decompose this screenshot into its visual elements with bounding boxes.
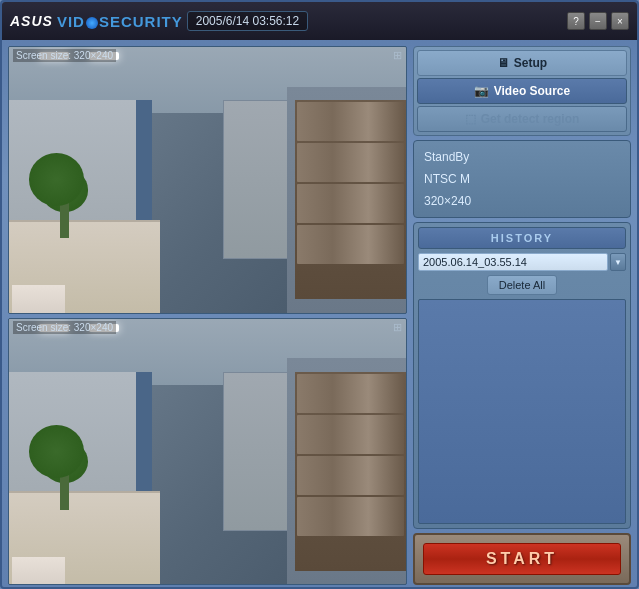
- video-expand-icon-2[interactable]: ⊞: [393, 321, 402, 334]
- close-button[interactable]: ×: [611, 12, 629, 30]
- title-logo: ASUS VIDSECURITY 2005/6/14 03:56:12: [10, 11, 308, 31]
- video-source-button[interactable]: 📷 Video Source: [417, 78, 627, 104]
- get-detect-label: Get detect region: [481, 112, 580, 126]
- history-section: HISTORY ▼ Delete All: [413, 222, 631, 529]
- video-feed-2: [9, 319, 406, 585]
- shelf-row: [297, 415, 404, 454]
- resolution-info: 320×240: [420, 191, 624, 211]
- dropdown-arrow-button[interactable]: ▼: [610, 253, 626, 271]
- info-section: StandBy NTSC M 320×240: [413, 140, 631, 218]
- left-panel: Screen size: 320×240 ⊞: [8, 46, 407, 585]
- right-panel: 🖥 Setup 📷 Video Source ⬚ Get detect regi…: [413, 46, 631, 585]
- setup-label: Setup: [514, 56, 547, 70]
- app-window: ASUS VIDSECURITY 2005/6/14 03:56:12 ? − …: [0, 0, 639, 589]
- datetime-display: 2005/6/14 03:56:12: [187, 11, 308, 31]
- video-text: VID: [57, 13, 85, 30]
- get-detect-button[interactable]: ⬚ Get detect region: [417, 106, 627, 132]
- help-button[interactable]: ?: [567, 12, 585, 30]
- shelf-row: [297, 184, 404, 223]
- start-button-inner: START: [423, 543, 621, 575]
- table-cloth-2: [12, 557, 65, 584]
- table-cloth-1: [12, 285, 65, 312]
- video-source-label: Video Source: [494, 84, 570, 98]
- bookshelf-1: [295, 100, 406, 299]
- setup-section: 🖥 Setup 📷 Video Source ⬚ Get detect regi…: [413, 46, 631, 136]
- shelf-row: [297, 225, 404, 264]
- security-text: SECURITY: [99, 13, 183, 30]
- video-expand-icon-1[interactable]: ⊞: [393, 49, 402, 62]
- asus-logo: ASUS: [10, 13, 53, 29]
- title-controls: ? − ×: [567, 12, 629, 30]
- standby-info: StandBy: [420, 147, 624, 167]
- video-security-logo: VIDSECURITY: [57, 13, 183, 30]
- shelf-row: [297, 143, 404, 182]
- minimize-button[interactable]: −: [589, 12, 607, 30]
- start-button[interactable]: START: [413, 533, 631, 585]
- title-bar: ASUS VIDSECURITY 2005/6/14 03:56:12 ? − …: [2, 2, 637, 40]
- room-scene-1: [9, 47, 406, 313]
- history-select[interactable]: [418, 253, 608, 271]
- door-2: [223, 372, 294, 531]
- video-label-1: Screen size: 320×240: [13, 49, 116, 62]
- bookshelf-2: [295, 372, 406, 571]
- shelf-row: [297, 374, 404, 413]
- room-scene-2: [9, 319, 406, 585]
- delete-all-button[interactable]: Delete All: [487, 275, 557, 295]
- start-label: START: [486, 550, 558, 567]
- history-header: HISTORY: [418, 227, 626, 249]
- history-empty-area: [418, 299, 626, 524]
- shelf-row: [297, 497, 404, 536]
- setup-button[interactable]: 🖥 Setup: [417, 50, 627, 76]
- format-info: NTSC M: [420, 169, 624, 189]
- shelf-row: [297, 456, 404, 495]
- detect-icon: ⬚: [465, 112, 476, 126]
- o-icon: [86, 17, 98, 29]
- video-container-1: Screen size: 320×240 ⊞: [8, 46, 407, 314]
- video-container-2: Screen size: 320×240 ⊞: [8, 318, 407, 586]
- door-1: [223, 100, 294, 259]
- video-label-2: Screen size: 320×240: [13, 321, 116, 334]
- history-dropdown: ▼: [418, 253, 626, 271]
- plant-top-2: [29, 425, 85, 478]
- main-content: Screen size: 320×240 ⊞: [2, 40, 637, 589]
- video-feed-1: [9, 47, 406, 313]
- camera-icon: 📷: [474, 84, 489, 98]
- monitor-icon: 🖥: [497, 56, 509, 70]
- shelf-row: [297, 102, 404, 141]
